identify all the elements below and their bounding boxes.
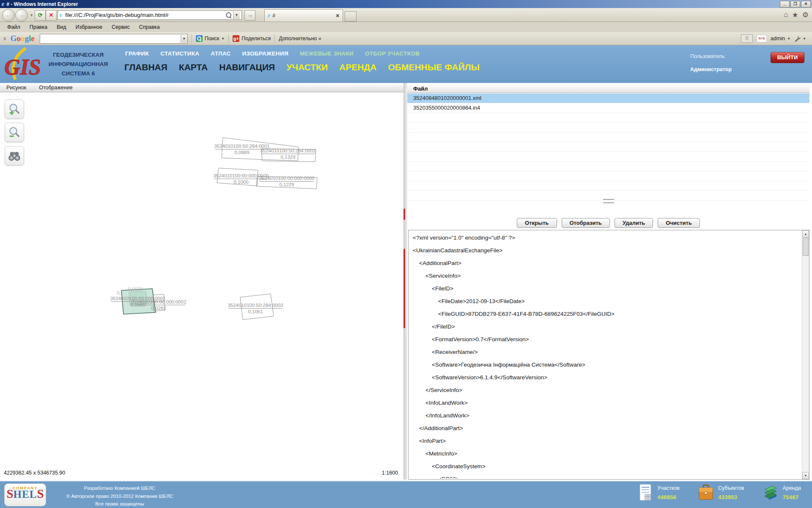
subjects-briefcase-icon: [698, 484, 713, 501]
nav-top-item-5[interactable]: ОТБОР УЧАСТКОВ: [365, 50, 420, 57]
stat-subjects: Субъектов 433953: [698, 484, 744, 502]
menu-item-2[interactable]: Вид: [52, 23, 71, 31]
action-button-3[interactable]: Очистить: [658, 218, 700, 228]
action-button-1[interactable]: Отобразить: [562, 218, 610, 228]
file-row-empty: [407, 133, 809, 142]
window-title: # - Windows Internet Explorer: [6, 1, 78, 7]
app-footer: COMPANY SHELS Разработано Компанией ШЕЛС…: [0, 480, 812, 508]
toolbar-wrench-menu[interactable]: ▼: [794, 36, 806, 42]
settings-gear-icon[interactable]: ⚙: [802, 11, 809, 19]
map-canvas[interactable]: 3524010100:50:284:00010,08893524010100:5…: [0, 92, 403, 480]
parcel-area-label: 0,1329: [280, 155, 295, 160]
file-row-0[interactable]: 3524084801020000001.xml: [407, 94, 809, 103]
logout-button[interactable]: ВЫЙТИ: [771, 52, 804, 63]
home-icon[interactable]: ⌂: [784, 11, 788, 19]
xml-line: <SoftwareVersion>6.1.4.9</SoftwareVersio…: [411, 371, 800, 384]
address-bar[interactable]: e ▼: [58, 10, 242, 20]
google-share-button[interactable]: g+ Поделиться: [233, 35, 271, 42]
favorites-star-icon[interactable]: ★: [792, 11, 798, 19]
cursor-coordinates: 4229362.45 x 5346735.90: [4, 470, 65, 476]
action-button-2[interactable]: Удалить: [614, 218, 653, 228]
google-search-dropdown-icon[interactable]: ▼: [181, 35, 187, 43]
search-map-button[interactable]: [5, 146, 24, 166]
menu-item-1[interactable]: Правка: [25, 23, 52, 31]
action-button-0[interactable]: Открыть: [517, 218, 557, 228]
map-toolbar: [5, 99, 24, 166]
nav-main-item-3[interactable]: УЧАСТКИ: [286, 62, 328, 72]
restore-button[interactable]: ❐: [790, 1, 800, 8]
file-row-empty: [407, 162, 809, 171]
map-scale: 1:1600: [382, 470, 398, 476]
minimize-button[interactable]: _: [780, 1, 790, 8]
file-row-1[interactable]: 3520355000020000864.in4: [407, 103, 809, 113]
user-name: Администратор: [690, 66, 732, 72]
browser-toolbar: ← → ▼ ⟳ ✕ e ▼ → e # ✕ ⌂ ★ ⚙: [0, 8, 812, 22]
nav-main-item-5[interactable]: ОБМЕННЫЕ ФАЙЛЫ: [388, 62, 480, 72]
menu-bar: ФайлПравкаВидИзбранноеСервисСправка: [0, 22, 812, 32]
menu-item-0[interactable]: Файл: [3, 23, 25, 31]
parcel-area-label: 0,1061: [248, 309, 263, 314]
nav-top-item-0[interactable]: ГРАФИК: [125, 50, 149, 57]
xml-line: <ServiceInfo>: [411, 270, 800, 282]
browser-tab[interactable]: e # ✕: [264, 9, 343, 22]
google-search-input[interactable]: [40, 35, 179, 42]
nav-top-item-4[interactable]: МЕЖЕВЫЕ ЗНАКИ: [300, 50, 354, 57]
page-icon: e: [60, 12, 62, 19]
google-search-button[interactable]: Поиск▼: [196, 35, 225, 42]
toolbar-user-menu[interactable]: admin▼: [771, 36, 790, 41]
back-button[interactable]: ←: [2, 9, 15, 22]
scroll-down-icon[interactable]: ▼: [802, 472, 809, 479]
history-dropdown-icon[interactable]: ▼: [30, 13, 33, 17]
file-row-empty: [407, 181, 809, 191]
tab-close-icon[interactable]: ✕: [336, 13, 340, 19]
xml-scrollbar[interactable]: ▲ ▼: [802, 230, 809, 479]
lease-books-icon: [763, 484, 778, 501]
menu-item-5[interactable]: Справка: [134, 23, 165, 31]
scrollbar-thumb[interactable]: [803, 238, 809, 256]
nav-main-item-1[interactable]: КАРТА: [179, 62, 208, 72]
address-dropdown-icon[interactable]: ▼: [233, 11, 240, 19]
go-button[interactable]: →: [244, 10, 255, 21]
xml-line: </FileID>: [411, 320, 800, 333]
parcel-area-label: 0,0282: [151, 306, 166, 311]
nav-main-item-0[interactable]: ГЛАВНАЯ: [124, 62, 167, 72]
gplus-icon: g+: [233, 35, 239, 42]
new-tab-button[interactable]: [345, 11, 357, 22]
menu-item-3[interactable]: Избранное: [71, 23, 107, 31]
xml-line: <FileGUID>87DDB279-E637-41F4-B78D-689624…: [411, 308, 800, 320]
xml-line: <InfoLandWork>: [411, 397, 800, 409]
address-input[interactable]: [64, 11, 226, 19]
google-search-box[interactable]: ▼: [40, 34, 188, 44]
map-statusbar: 4229362.45 x 5346735.90 1:1600: [4, 470, 398, 476]
nav-top-item-2[interactable]: АТЛАС: [211, 50, 230, 57]
map-menu-bar: РисунокОтображение: [0, 83, 403, 92]
file-row-empty: [407, 171, 809, 181]
map-menu-item-1[interactable]: Отображение: [33, 85, 79, 91]
svg-text:GIS: GIS: [4, 55, 40, 79]
xml-viewer: <?xml version="1.0" encoding="utf-8" ?><…: [408, 230, 809, 480]
stop-button[interactable]: ✕: [46, 10, 57, 21]
stat-label: Участков: [657, 485, 680, 491]
system-name: ГЕОДЕЗИЧЕСКАЯ ИНФОРМАЦИОННАЯ СИСТЕМА 6: [41, 50, 116, 78]
wrench-icon: [794, 36, 801, 42]
file-row-empty: [407, 123, 809, 133]
map-menu-item-0[interactable]: Рисунок: [0, 85, 33, 91]
nav-top-item-3[interactable]: ИЗОБРАЖЕНИЯ: [242, 50, 288, 57]
ie-logo-icon: e: [2, 1, 4, 8]
zoom-in-button[interactable]: [5, 99, 24, 119]
cadastral-map[interactable]: 3524010100:50:284:00010,08893524010100:5…: [0, 92, 403, 480]
file-row-empty: [407, 113, 809, 123]
list-splitter[interactable]: [407, 199, 809, 204]
menu-item-4[interactable]: Сервис: [107, 23, 134, 31]
nav-top-item-1[interactable]: СТАТИСТИКА: [160, 50, 199, 57]
toolbar-close-icon[interactable]: x: [3, 36, 6, 41]
forward-button[interactable]: →: [15, 9, 28, 22]
google-more-button[interactable]: Дополнительно »: [279, 36, 321, 41]
zoom-out-button[interactable]: [5, 123, 24, 142]
nav-main-item-2[interactable]: НАВИГАЦИЯ: [219, 62, 275, 72]
close-button[interactable]: ✕: [801, 1, 811, 8]
nav-main-item-4[interactable]: АРЕНДА: [339, 62, 376, 72]
scroll-up-icon[interactable]: ▲: [802, 230, 809, 237]
search-icon[interactable]: [226, 12, 231, 18]
refresh-button[interactable]: ⟳: [35, 10, 46, 21]
